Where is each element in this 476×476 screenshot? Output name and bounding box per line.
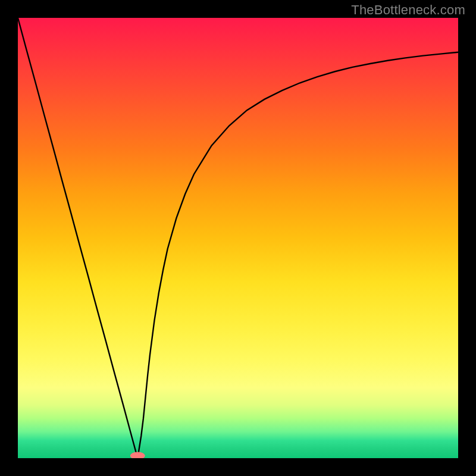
curve-svg <box>18 18 458 458</box>
optimum-marker <box>130 452 145 458</box>
bottleneck-curve <box>18 18 458 458</box>
chart-container: TheBottleneck.com <box>0 0 476 476</box>
watermark-text: TheBottleneck.com <box>351 2 465 18</box>
plot-area <box>18 18 458 458</box>
